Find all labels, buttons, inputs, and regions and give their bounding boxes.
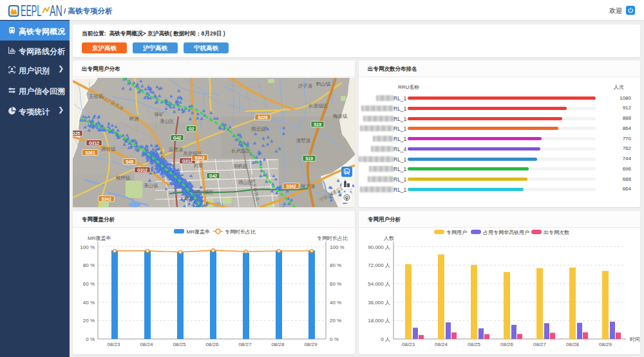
svg-text:专网时长占比: 专网时长占比 [317,235,348,241]
svg-text:0 人: 0 人 [381,336,390,342]
svg-text:08/23: 08/23 [402,342,415,347]
svg-text:90,000 人: 90,000 人 [368,244,390,250]
svg-text:40 %: 40 % [330,300,341,306]
svg-text:EEPL: EEPL [21,3,41,19]
svg-text:08/25: 08/25 [173,342,186,347]
svg-text:80 %: 80 % [330,262,341,268]
svg-text:G42: G42 [209,174,218,178]
svg-text:18,000 人: 18,000 人 [368,318,390,324]
svg-text:36,000 人: 36,000 人 [368,300,390,306]
svg-text:福山区: 福山区 [238,179,253,185]
svg-text:100 %: 100 % [330,244,345,250]
svg-text:S19: S19 [314,122,321,127]
svg-text:专网时长占比: 专网时长占比 [225,229,256,235]
svg-text:G312: G312 [89,141,99,145]
svg-text:54,000 人: 54,000 人 [368,281,390,287]
svg-text:东北镇区: 东北镇区 [183,151,203,156]
svg-text:运塘港: 运塘港 [169,147,184,152]
svg-text:MR覆盖率: MR覆盖率 [88,235,111,241]
svg-text:S48: S48 [126,160,133,164]
svg-text:08/23: 08/23 [107,342,120,347]
svg-text:S261: S261 [85,151,95,155]
svg-text:08/26: 08/26 [205,342,219,347]
svg-text:占用专网非高铁用户: 占用专网非高铁用户 [483,230,529,235]
svg-text:AN: AN [50,3,62,19]
svg-text:福北镇: 福北镇 [251,126,266,132]
svg-text:08/26: 08/26 [500,342,514,347]
svg-text:08/24: 08/24 [140,342,153,347]
svg-text:南水: 南水 [184,196,195,201]
svg-text:G312: G312 [182,159,193,163]
svg-text:时间: 时间 [630,336,640,342]
svg-text:/ 高铁专项分析: / 高铁专项分析 [64,6,113,15]
svg-text:出专网次数: 出专网次数 [544,230,569,235]
svg-text:牧烨镇: 牧烨镇 [116,175,131,181]
svg-text:0 %: 0 % [330,336,339,342]
svg-text:0 %: 0 % [86,336,95,342]
svg-text:G2: G2 [189,127,194,131]
svg-text:沙子港: 沙子港 [298,83,313,89]
svg-text:5n: 5n [345,170,349,174]
svg-text:60 %: 60 % [330,281,341,287]
svg-text:S228: S228 [258,115,268,120]
svg-text:40 %: 40 % [83,300,95,306]
svg-text:梅港镇: 梅港镇 [332,113,348,119]
svg-text:专网用户: 专网用户 [446,230,467,235]
svg-text:鞍山镇区: 鞍山镇区 [194,189,214,195]
svg-text:20 %: 20 % [83,318,95,324]
svg-text:08/24: 08/24 [435,342,448,347]
svg-text:刘军: 刘军 [194,163,204,169]
svg-text:鞍洲: 鞍洲 [129,116,139,122]
svg-text:G312: G312 [137,168,147,172]
svg-text:人数: 人数 [383,235,394,241]
svg-text:鹤山镇: 鹤山镇 [316,81,331,87]
svg-text:G42: G42 [173,136,182,140]
svg-text:煤矿: 煤矿 [155,111,165,117]
svg-text:08/25: 08/25 [468,342,481,347]
svg-text:08/28: 08/28 [271,342,285,347]
svg-text:S342: S342 [101,197,111,201]
svg-text:潴墅港: 潴墅港 [296,138,311,143]
svg-text:60 %: 60 % [83,281,95,287]
svg-text:100 %: 100 % [80,244,95,250]
svg-text:湖桥路: 湖桥路 [233,163,248,169]
svg-text:长武镇区: 长武镇区 [231,148,251,154]
svg-text:潘山区: 潘山区 [160,118,175,124]
svg-text:酒壮镇: 酒壮镇 [101,146,116,152]
svg-text:堰下港: 堰下港 [300,183,316,189]
svg-text:G25: G25 [73,131,80,136]
svg-text:08/28: 08/28 [566,342,580,347]
svg-text:长港镇区: 长港镇区 [308,103,328,109]
svg-text:80 %: 80 % [83,262,95,268]
svg-text:08/27: 08/27 [238,342,252,347]
svg-text:72,000 人: 72,000 人 [368,262,390,268]
svg-text:S342: S342 [286,184,296,188]
svg-text:20 %: 20 % [330,318,341,324]
svg-text:MR覆盖率: MR覆盖率 [187,229,210,235]
svg-text:潘山镇: 潘山镇 [144,183,158,188]
svg-text:08/27: 08/27 [533,342,547,347]
svg-text:S19: S19 [305,156,313,161]
svg-text:08/29: 08/29 [599,342,612,347]
svg-text:08/29: 08/29 [304,342,317,347]
